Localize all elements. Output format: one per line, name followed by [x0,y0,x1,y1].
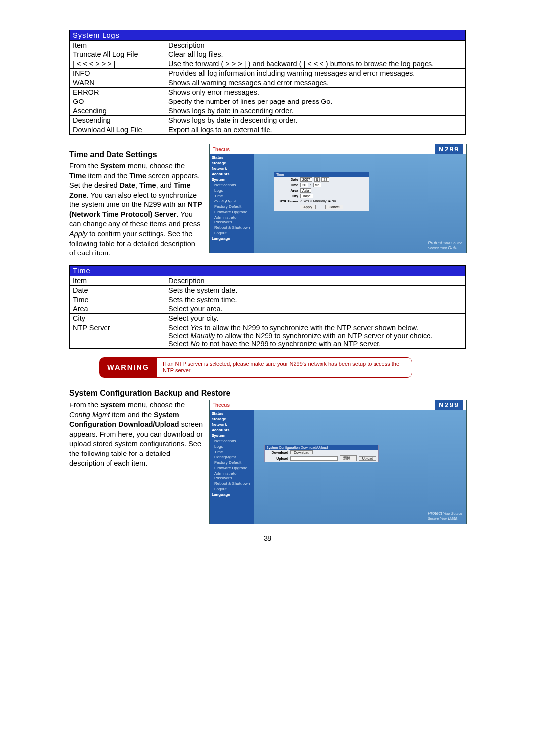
download-label: Download [267,451,288,454]
sidebar: Status Storage Network Accounts System N… [210,410,254,524]
time-panel-title: Time [274,172,369,177]
date-label: Date [276,178,298,181]
sidebar-item-storage[interactable]: Storage [210,416,254,422]
cfg-panel: System Configuration Download/Upload Dow… [264,445,379,462]
table-cell: Download All Log File [70,125,165,135]
sidebar-item-logs[interactable]: Logs [210,188,254,193]
time-screenshot: Thecus N299 Status Storage Network Accou… [209,144,467,253]
sidebar-item-factory[interactable]: Factory Default [210,204,254,209]
browse-button[interactable]: 瀏覽... [340,455,357,461]
sidebar-item-notifications[interactable]: Notifications [210,182,254,188]
sidebar-item-reboot[interactable]: Reboot & Shutdown [210,481,254,486]
sidebar-item-adminpw[interactable]: Administrator Password [210,215,254,225]
apply-button[interactable]: Apply [300,205,316,209]
ntp-opt-no: No [332,199,336,202]
syslogs-head-desc: Description [165,41,466,50]
protect-tagline: Protect Your Source Secure Your Data [428,240,462,250]
table-cell: Clear all log files. [165,50,466,59]
area-select[interactable]: Asia [300,188,311,193]
cfg-paragraph: From the System menu, choose the Config … [69,401,203,468]
sidebar-item-system[interactable]: System [210,433,254,438]
logo: Thecus [213,147,230,152]
sidebar-item-logs[interactable]: Logs [210,444,254,449]
ntp-label: NTP Server [276,200,298,203]
syslogs-title: System Logs [70,30,466,41]
syslogs-head-item: Item [70,41,165,50]
table-cell: Select your area. [165,304,466,313]
time-heading: Time and Date Settings [69,151,203,159]
area-label: Area [276,189,298,192]
time-hour-select[interactable]: 20 [300,183,308,187]
table-cell: Select Yes to allow the N299 to synchron… [165,323,466,348]
table-cell: Specify the number of lines per page and… [165,97,466,106]
city-select[interactable]: Taipei [300,194,313,198]
upload-path-input[interactable] [290,456,338,461]
sidebar: Status Storage Network Accounts System N… [210,154,254,253]
table-cell: Select your city. [165,313,466,323]
time-head-desc: Description [165,276,466,285]
table-cell: INFO [70,69,165,78]
model-badge: N299 [435,144,463,154]
date-mon-select[interactable]: 8 [314,177,320,182]
ntp-opt-yes: Yes [303,199,309,202]
sidebar-item-network[interactable]: Network [210,422,254,427]
warning-text: If an NTP server is selected, please mak… [157,358,412,378]
table-cell: WARN [70,78,165,88]
sidebar-item-storage[interactable]: Storage [210,160,254,166]
sidebar-item-system[interactable]: System [210,177,254,182]
protect-tagline: Protect Your Source Secure Your Data [428,511,462,521]
upload-label: Upload [267,457,288,460]
cfg-screenshot: Thecus N299 Status Storage Network Accou… [209,400,467,524]
table-cell: Shows logs by date in descending order. [165,116,466,125]
cfg-heading: System Configuration Backup and Restore [69,389,466,398]
download-button[interactable]: Download [290,450,313,454]
table-cell: Sets the system date. [165,285,466,295]
model-badge: N299 [435,400,463,410]
time-table: Time Item Description DateSets the syste… [69,265,466,349]
system-logs-table: System Logs Item Description Truncate Al… [69,30,466,135]
sidebar-item-factory[interactable]: Factory Default [210,460,254,465]
table-cell: Shows only error messages. [165,88,466,97]
time-min-select[interactable]: 52 [313,183,321,187]
table-cell: Area [70,304,165,313]
sidebar-item-time[interactable]: Time [210,449,254,454]
table-cell: City [70,313,165,323]
sidebar-item-reboot[interactable]: Reboot & Shutdown [210,225,254,230]
sidebar-item-network[interactable]: Network [210,166,254,171]
time-label: Time [276,183,298,187]
table-cell: Shows all warning messages and error mes… [165,78,466,88]
table-cell: GO [70,97,165,106]
sidebar-item-status[interactable]: Status [210,155,254,160]
sidebar-item-accounts[interactable]: Accounts [210,427,254,433]
page-number: 38 [69,534,466,542]
sidebar-item-logout[interactable]: Logout [210,230,254,236]
table-cell: Use the forward ( > > > | ) and backward… [165,59,466,69]
time-table-title: Time [70,265,466,276]
table-cell: Descending [70,116,165,125]
sidebar-item-language[interactable]: Language [210,236,254,241]
ntp-opt-manual: Manually [313,199,327,202]
table-cell: Date [70,285,165,295]
table-cell: Sets the system time. [165,295,466,304]
table-cell: Export all logs to an external file. [165,125,466,135]
cancel-button[interactable]: Cancel [325,205,343,209]
sidebar-item-language[interactable]: Language [210,492,254,497]
time-head-item: Item [70,276,165,285]
table-cell: Shows logs by date in ascending order. [165,106,466,116]
table-cell: Ascending [70,106,165,116]
sidebar-item-adminpw[interactable]: Administrator Password [210,471,254,481]
date-year-select[interactable]: 2007 [300,177,312,182]
date-day-select[interactable]: 23 [321,177,329,182]
sidebar-item-accounts[interactable]: Accounts [210,171,254,177]
table-cell: Time [70,295,165,304]
sidebar-item-logout[interactable]: Logout [210,486,254,492]
sidebar-item-configmgmt[interactable]: ConfigMgmt [210,454,254,460]
sidebar-item-status[interactable]: Status [210,411,254,416]
sidebar-item-firmware[interactable]: Firmware Upgrade [210,209,254,215]
sidebar-item-notifications[interactable]: Notifications [210,438,254,444]
sidebar-item-configmgmt[interactable]: ConfigMgmt [210,199,254,204]
cfg-panel-title: System Configuration Download/Upload [265,445,378,450]
sidebar-item-firmware[interactable]: Firmware Upgrade [210,465,254,471]
upload-button[interactable]: Upload [359,456,376,461]
sidebar-item-time[interactable]: Time [210,193,254,199]
